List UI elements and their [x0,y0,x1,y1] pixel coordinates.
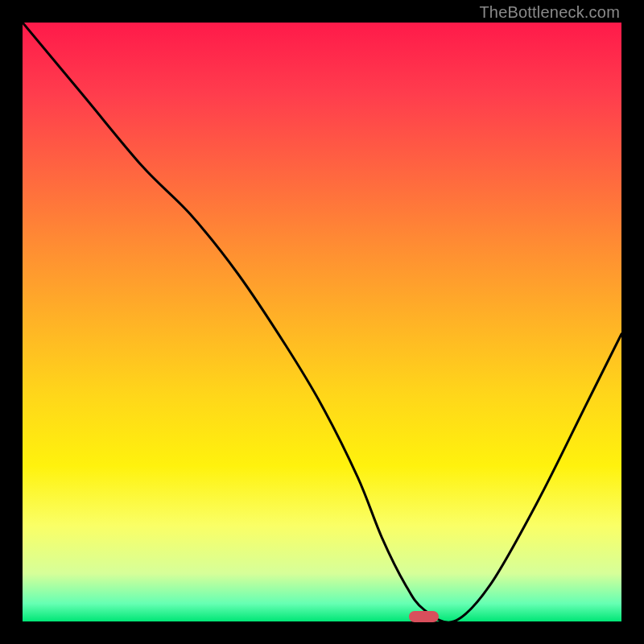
watermark-label: TheBottleneck.com [479,3,620,22]
optimal-marker [409,611,439,622]
plot-area [23,23,621,621]
bottleneck-curve [23,23,621,621]
chart-container: TheBottleneck.com [0,0,644,644]
curve-svg [23,23,621,621]
